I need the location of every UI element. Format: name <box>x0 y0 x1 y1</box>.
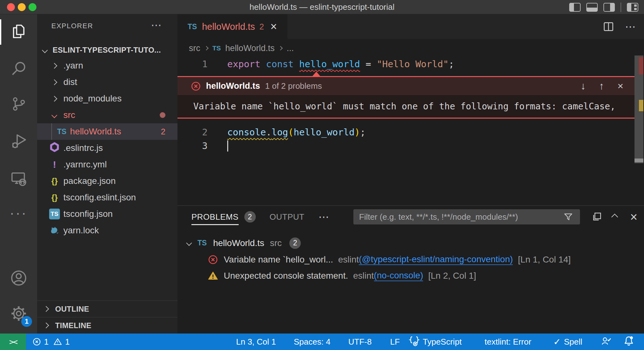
problem-source: eslint <box>353 271 374 281</box>
status-language-typescript[interactable]: TypeScript <box>409 334 462 350</box>
problems-group-row[interactable]: TShelloWorld.tssrc2 <box>177 235 644 251</box>
tab-helloworld[interactable]: TS helloWorld.ts 2 × <box>177 14 287 39</box>
code-line-2[interactable]: 2console.log(hello_world); <box>177 126 644 139</box>
filter-funnel-icon[interactable] <box>564 212 573 223</box>
problem-message: Variable name `hello_worl... <box>224 255 333 265</box>
problems-panel: PROBLEMS 2 OUTPUT ⋯ × TShelloWorld.tssrc… <box>177 205 644 334</box>
activity-bar: ···1 <box>0 14 37 334</box>
previous-problem-icon[interactable]: ↑ <box>599 80 604 92</box>
project-root-row[interactable]: ESLINT-TYPESCRIPT-TUTO... <box>37 43 177 57</box>
problems-filter-input[interactable] <box>353 209 580 224</box>
breadcrumb-file[interactable]: helloWorld.ts <box>225 43 275 53</box>
panel-restore-icon[interactable] <box>592 206 602 228</box>
indent-guide <box>51 123 52 140</box>
activity-source-control-button[interactable] <box>0 89 37 120</box>
sidebar-section-timeline[interactable]: TIMELINE <box>37 317 177 334</box>
marker-widget-arrow <box>312 72 320 76</box>
source-control-icon <box>11 96 27 113</box>
panel-more-tabs-icon[interactable]: ⋯ <box>318 211 329 223</box>
explorer-more-actions-icon[interactable]: ⋯ <box>151 19 162 31</box>
tree-item-node-modules[interactable]: node_modules <box>37 90 177 107</box>
toggle-panel-icon[interactable] <box>586 3 598 12</box>
tree-item-src[interactable]: src <box>37 107 177 123</box>
tab-problems[interactable]: PROBLEMS 2 <box>191 208 256 226</box>
tree-item-label: src <box>63 110 75 120</box>
error-icon <box>208 255 218 265</box>
status-feedback[interactable] <box>601 334 612 350</box>
file-tree: .yarndistnode_modulessrcTShelloWorld.ts2… <box>37 57 177 239</box>
tab-close-icon[interactable]: × <box>270 22 277 31</box>
breadcrumb-symbol[interactable]: ... <box>287 43 294 53</box>
activity-remote-explorer-button[interactable] <box>0 163 37 195</box>
tree-item-label: dist <box>63 77 77 87</box>
status-cursor-position[interactable]: Ln 3, Col 1 <box>236 334 276 350</box>
typescript-file-icon: TS <box>212 44 221 52</box>
next-problem-icon[interactable]: ↓ <box>581 80 586 92</box>
tree-item-label: .yarnrc.yml <box>63 159 107 170</box>
marker-widget-header: helloWorld.ts 1 of 2 problems ↓ ↑ × <box>177 77 635 95</box>
status-indentation[interactable]: Spaces: 4 <box>294 334 331 350</box>
split-editor-icon[interactable] <box>603 21 614 32</box>
status-encoding[interactable]: UTF-8 <box>348 334 372 350</box>
activity-run-debug-button[interactable] <box>0 126 37 158</box>
overview-ruler-cursor-mark <box>634 159 643 162</box>
problem-source: eslint <box>338 255 359 265</box>
sidebar-section-outline[interactable]: OUTLINE <box>37 301 177 317</box>
layout-controls <box>569 3 638 12</box>
accounts-icon <box>10 269 27 288</box>
status-item-label: Spaces: 4 <box>294 337 331 347</box>
tab-bar: TS helloWorld.ts 2 × ⋯ <box>177 14 644 39</box>
tree-item-dist[interactable]: dist <box>37 74 177 90</box>
problems-count-badge: 2 <box>289 237 301 249</box>
problem-rule-link[interactable]: (no-console) <box>374 270 423 281</box>
status-eol[interactable]: LF <box>390 334 400 350</box>
tree-item-tsconfig-eslint-json[interactable]: {}tsconfig.eslint.json <box>37 189 177 206</box>
maximize-panel-icon[interactable] <box>612 206 617 228</box>
toggle-sidebar-icon[interactable] <box>569 3 581 12</box>
editor-more-actions-icon[interactable]: ⋯ <box>625 20 636 33</box>
status-item-label: Spell <box>564 337 582 347</box>
breadcrumb-folder[interactable]: src <box>189 43 200 53</box>
tab-problems-badge: 2 <box>259 22 264 32</box>
toggle-secondary-sidebar-icon[interactable] <box>603 3 615 12</box>
tree-item-eslintrc-js[interactable]: .eslintrc.js <box>37 140 177 156</box>
problem-row-warning[interactable]: Unexpected console statement.eslint(no-c… <box>177 268 644 284</box>
warning-icon <box>208 271 218 281</box>
status-notifications[interactable] <box>623 334 634 350</box>
problem-rule-link[interactable]: (@typescript-eslint/naming-convention) <box>359 254 513 265</box>
tree-item-tsconfig-json[interactable]: TStsconfig.json <box>37 206 177 222</box>
tab-label: helloWorld.ts <box>202 22 255 32</box>
close-widget-icon[interactable]: × <box>617 80 623 92</box>
tree-item-yarnrc-yml[interactable]: !.yarnrc.yml <box>37 156 177 173</box>
code-line-3[interactable]: 3 <box>177 139 644 153</box>
activity-more-button[interactable]: ··· <box>0 198 37 230</box>
customize-layout-icon[interactable] <box>627 3 638 12</box>
problems-count-badge: 2 <box>244 211 256 223</box>
check-icon: ✓ <box>553 337 561 347</box>
marker-navigation-widget: helloWorld.ts 1 of 2 problems ↓ ↑ × Vari… <box>177 76 635 119</box>
remote-indicator[interactable]: >< <box>0 334 26 350</box>
activity-search-button[interactable] <box>0 53 37 85</box>
warning-count: 1 <box>65 337 69 347</box>
activity-settings-button[interactable]: 1 <box>0 298 37 330</box>
tree-item-yarn[interactable]: .yarn <box>37 57 177 74</box>
tree-item-yarn-lock[interactable]: yarn.lock <box>37 222 177 239</box>
tab-output[interactable]: OUTPUT <box>270 208 305 226</box>
problems-summary[interactable]: 1 1 <box>32 334 70 350</box>
tree-item-package-json[interactable]: {}package.json <box>37 173 177 189</box>
status-textlint-status[interactable]: textlint: Error <box>485 334 531 350</box>
code-line-1[interactable]: 1export const hello_world = "Hello World… <box>177 57 644 71</box>
modified-dot-badge <box>160 112 165 118</box>
settings-badge: 1 <box>21 316 32 327</box>
status-bar: >< 1 1 Ln 3, Col 1Spaces: 4UTF-8LFTypeSc… <box>0 334 644 350</box>
problem-message: Unexpected console statement. <box>224 271 348 281</box>
chevron-down-icon <box>51 112 57 118</box>
activity-explorer-button[interactable] <box>0 16 37 48</box>
tree-item-helloworld-ts[interactable]: TShelloWorld.ts2 <box>37 123 177 140</box>
activity-accounts-button[interactable] <box>0 263 37 295</box>
problem-row-error[interactable]: Variable name `hello_worl...eslint(@type… <box>177 251 644 268</box>
close-panel-icon[interactable]: × <box>630 206 637 228</box>
status-spell-checker[interactable]: ✓Spell <box>553 334 582 350</box>
code-text: export const hello_world = "Hello World"… <box>227 57 454 71</box>
marker-widget-counter: 1 of 2 problems <box>265 81 322 91</box>
